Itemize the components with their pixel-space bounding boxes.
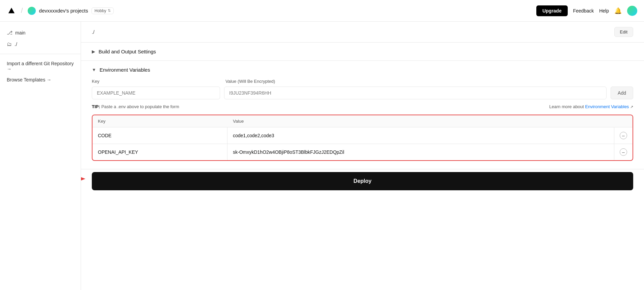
upgrade-button[interactable]: Upgrade [536,5,568,16]
sidebar: ⎇ main 🗂 ./ Import a different Git Repos… [0,22,81,290]
header: / devxxxxdev's projects Hobby ⇅ Upgrade … [0,0,644,22]
build-settings-title: Build and Output Settings [99,49,156,54]
learn-more-text: Learn more about [549,104,585,109]
table-row: CODE code1,code2,code3 – [92,127,633,144]
import-git-link[interactable]: Import a different Git Repository → [0,58,81,74]
git-icon: ⎇ [7,30,12,36]
sidebar-item-branch[interactable]: ⎇ main [0,27,81,39]
value-input[interactable] [224,87,607,99]
notifications-icon[interactable]: 🔔 [614,7,622,15]
env-input-labels: Key Value (Will Be Encrypted) [92,79,633,87]
root-dir-value: ./ [92,29,610,35]
value-label: Value (Will Be Encrypted) [225,79,275,84]
chevron-down-icon: ▼ [92,67,96,72]
env-value-code: code1,code2,code3 [227,127,614,144]
browse-templates-label: Browse Templates → [7,77,51,82]
env-table-header: Key Value [92,115,633,127]
add-button[interactable]: Add [611,87,633,99]
env-variables-section: ▼ Environment Variables Key Value (Will … [81,61,644,169]
plan-badge[interactable]: Hobby ⇅ [91,7,114,14]
external-link-icon: ↗ [630,105,633,109]
sidebar-item-root[interactable]: 🗂 ./ [0,39,81,50]
env-variables-title: Environment Variables [100,67,150,73]
main-layout: ⎇ main 🗂 ./ Import a different Git Repos… [0,22,644,290]
sidebar-divider [0,54,81,54]
feedback-button[interactable]: Feedback [573,8,594,14]
help-button[interactable]: Help [599,8,609,14]
deploy-button[interactable]: Deploy [92,172,633,190]
chevron-updown-icon: ⇅ [108,8,111,13]
tip-text: TIP: Paste a .env above to populate the … [92,104,179,109]
env-input-row: Add [92,87,633,99]
arrow-annotation [81,169,88,189]
key-label: Key [92,79,220,84]
deploy-section: Deploy [81,172,644,201]
browse-templates-link[interactable]: Browse Templates → [0,74,81,85]
tip-row: TIP: Paste a .env above to populate the … [92,102,633,115]
key-input[interactable] [92,87,220,99]
env-variables-header[interactable]: ▼ Environment Variables [81,61,644,79]
table-key-header: Key [98,119,233,124]
chevron-right-icon: ▶ [92,49,95,54]
env-key-code: CODE [92,127,227,144]
plan-label: Hobby [95,8,106,13]
branch-name: main [15,30,25,35]
table-value-header: Value [233,119,627,124]
breadcrumb-separator: / [21,7,23,15]
avatar[interactable] [627,6,637,16]
env-row-action-openai: – [614,144,633,160]
vercel-logo[interactable] [7,6,16,16]
remove-code-button[interactable]: – [620,132,627,139]
env-row-action-code: – [614,128,633,143]
build-settings-section: ▶ Build and Output Settings [81,43,644,61]
svg-marker-0 [8,7,15,13]
root-dir-row: ./ Edit [81,22,644,43]
env-key-openai: OPENAI_API_KEY [92,144,227,160]
tip-bold: TIP: [92,104,100,109]
table-row: OPENAI_API_KEY sk-OmxykD1hO2w4OBjiP8oST3… [92,144,633,160]
build-settings-header[interactable]: ▶ Build and Output Settings [81,43,644,61]
env-section-body: Key Value (Will Be Encrypted) Add TIP: P… [81,79,644,169]
learn-more: Learn more about Environment Variables ↗ [549,104,633,109]
project-icon [28,7,36,15]
project-name[interactable]: devxxxxdev's projects [39,8,88,14]
remove-openai-button[interactable]: – [620,148,627,156]
header-right: Upgrade Feedback Help 🔔 [536,5,637,16]
tip-body: Paste a .env above to populate the form [101,104,179,109]
import-git-label: Import a different Git Repository → [7,61,74,72]
environment-variables-link[interactable]: Environment Variables [585,104,629,109]
content-area: ./ Edit ▶ Build and Output Settings ▼ En… [81,22,644,290]
env-table: Key Value CODE code1,code2,code3 – OPENA… [92,115,633,161]
edit-button[interactable]: Edit [614,27,633,37]
header-left: / devxxxxdev's projects Hobby ⇅ [7,6,114,16]
root-path: ./ [15,42,17,47]
folder-icon: 🗂 [7,41,12,47]
env-value-openai: sk-OmxykD1hO2w4OBjiP8oST3BlbkFJGzJ2EDQpZ… [227,144,614,160]
